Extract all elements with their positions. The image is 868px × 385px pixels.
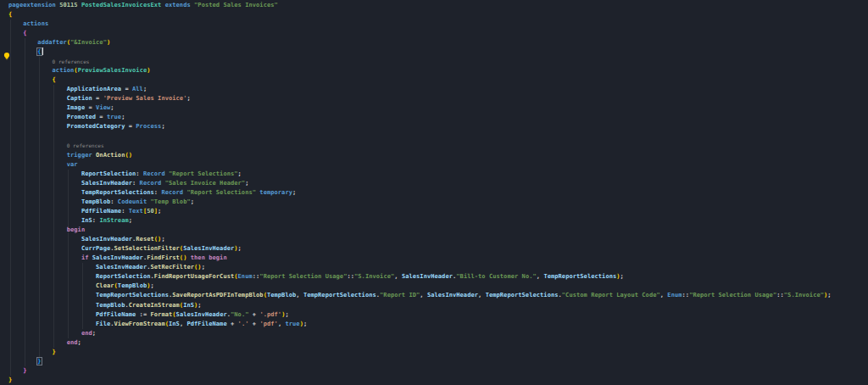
code-line[interactable]: } — [8, 366, 868, 376]
codelens-references[interactable]: 0 references — [8, 141, 868, 150]
lightbulb-icon[interactable] — [3, 47, 11, 56]
code-line[interactable]: { — [8, 47, 868, 57]
text-cursor — [42, 47, 43, 55]
blank-line[interactable] — [8, 131, 868, 141]
code-line[interactable]: TempReportSelections.SaveReportAsPDFInTe… — [8, 291, 868, 300]
code-line[interactable]: } — [8, 357, 868, 366]
code-line[interactable]: var — [8, 160, 868, 170]
code-line[interactable]: TempReportSelections: Record "Report Sel… — [8, 188, 868, 198]
code-line[interactable]: CurrPage.SetSelectionFilter(SalesInvHead… — [8, 244, 868, 254]
code-line[interactable]: } — [8, 348, 868, 357]
code-line[interactable]: addafter("&Invoice") — [8, 38, 868, 47]
code-editor[interactable]: pageextension 50115 PostedSalesInvoicesE… — [0, 0, 868, 385]
code-line[interactable]: trigger OnAction() — [8, 151, 868, 160]
code-line[interactable]: { — [8, 29, 868, 38]
code-line[interactable]: { — [8, 10, 868, 20]
code-line[interactable]: PromotedCategory = Process; — [8, 122, 868, 131]
code-line[interactable]: TempBlob.CreateInStream(InS); — [8, 301, 868, 310]
matched-bracket: } — [37, 358, 41, 365]
code-line[interactable]: ReportSelection: Record "Report Selectio… — [8, 170, 868, 179]
code-line[interactable]: end; — [8, 329, 868, 338]
code-area[interactable]: pageextension 50115 PostedSalesInvoicesE… — [8, 1, 868, 385]
code-line[interactable]: TempBlob: Codeunit "Temp Blob"; — [8, 198, 868, 207]
code-line[interactable]: action(PreviewSalesInvoice) — [8, 66, 868, 75]
code-line[interactable]: ReportSelection.FindReportUsageForCust(E… — [8, 272, 868, 282]
code-line[interactable]: ApplicationArea = All; — [8, 85, 868, 94]
code-line[interactable]: PdfFileName: Text[50]; — [8, 207, 868, 216]
code-line[interactable]: PdfFileName := Format(SalesInvHeader."No… — [8, 310, 868, 320]
code-line[interactable]: SalesInvHeader.Reset(); — [8, 235, 868, 244]
code-line[interactable]: SalesInvHeader: Record "Sales Invoice He… — [8, 179, 868, 188]
code-line[interactable]: Image = View; — [8, 103, 868, 113]
code-line[interactable]: { — [8, 75, 868, 85]
code-line[interactable]: InS: InStream; — [8, 216, 868, 226]
codelens-references[interactable]: 0 references — [8, 57, 868, 66]
code-line[interactable]: SalesInvHeader.SetRecFilter(); — [8, 263, 868, 272]
matched-bracket: { — [37, 48, 41, 55]
code-line[interactable]: File.ViewFromStream(InS, PdfFileName + '… — [8, 320, 868, 329]
code-line[interactable]: actions — [8, 20, 868, 29]
code-line[interactable]: begin — [8, 226, 868, 235]
code-line[interactable]: Caption = 'Preview Sales Invoice'; — [8, 94, 868, 103]
code-line[interactable]: Clear(TempBlob); — [8, 282, 868, 291]
code-line[interactable]: end; — [8, 338, 868, 348]
code-line[interactable]: } — [8, 376, 868, 385]
code-line[interactable]: if SalesInvHeader.FindFirst() then begin — [8, 254, 868, 263]
code-line[interactable]: pageextension 50115 PostedSalesInvoicesE… — [8, 1, 868, 10]
code-line[interactable]: Promoted = true; — [8, 113, 868, 122]
